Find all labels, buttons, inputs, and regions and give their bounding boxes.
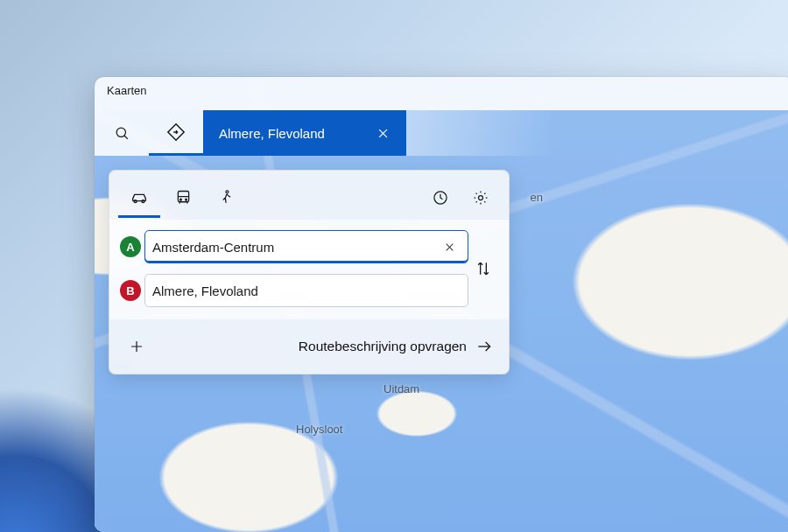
svg-point-10 bbox=[226, 190, 229, 192]
close-icon bbox=[376, 127, 390, 140]
location-tab[interactable]: Almere, Flevoland bbox=[203, 110, 406, 156]
swap-waypoints-button[interactable] bbox=[470, 256, 496, 282]
bus-icon bbox=[174, 188, 193, 206]
waypoint-badge-b: B bbox=[120, 280, 141, 301]
origin-input[interactable] bbox=[152, 240, 438, 255]
mode-walk-button[interactable] bbox=[206, 179, 248, 218]
close-tab-button[interactable] bbox=[368, 118, 398, 148]
mode-drive-button[interactable] bbox=[118, 179, 160, 218]
svg-line-1 bbox=[124, 136, 128, 139]
get-directions-button[interactable]: Routebeschrijving opvragen bbox=[295, 332, 496, 360]
swap-icon bbox=[475, 260, 492, 277]
car-icon bbox=[130, 188, 149, 207]
transport-mode-row bbox=[109, 171, 509, 220]
search-icon bbox=[114, 125, 130, 142]
svg-point-8 bbox=[179, 199, 181, 200]
header-row: Almere, Flevoland bbox=[95, 110, 788, 156]
app-window: Holysloot Uitdam en Kaarten Almere, Flev… bbox=[95, 77, 788, 532]
app-title: Kaarten bbox=[107, 84, 147, 97]
cta-row: Routebeschrijving opvragen bbox=[109, 319, 509, 374]
destination-input[interactable] bbox=[152, 284, 461, 298]
clock-icon bbox=[432, 189, 449, 206]
directions-icon bbox=[166, 122, 186, 142]
svg-point-9 bbox=[185, 199, 186, 200]
arrow-right-icon bbox=[475, 338, 493, 355]
destination-field-wrapper bbox=[144, 274, 468, 307]
map-label-uitdam: Uitdam bbox=[383, 382, 419, 396]
svg-point-0 bbox=[116, 128, 125, 136]
origin-field-wrapper bbox=[144, 230, 468, 263]
search-button[interactable] bbox=[95, 110, 149, 156]
route-options-button[interactable] bbox=[461, 179, 500, 218]
tab-label: Almere, Flevoland bbox=[219, 126, 325, 141]
close-icon bbox=[444, 242, 455, 253]
map-label-holysloot: Holysloot bbox=[296, 423, 342, 436]
gear-icon bbox=[472, 189, 489, 206]
clear-origin-button[interactable] bbox=[438, 235, 461, 258]
directions-button[interactable] bbox=[149, 110, 203, 156]
svg-point-12 bbox=[479, 195, 483, 200]
titlebar: Kaarten bbox=[95, 77, 788, 110]
waypoints-section: A B bbox=[109, 220, 509, 319]
map-label-east: en bbox=[531, 191, 543, 204]
cta-label: Routebeschrijving opvragen bbox=[299, 339, 467, 354]
directions-panel: A B bbox=[109, 170, 510, 374]
add-waypoint-button[interactable] bbox=[122, 332, 151, 361]
leave-time-button[interactable] bbox=[421, 179, 460, 218]
walk-icon bbox=[218, 189, 236, 206]
mode-transit-button[interactable] bbox=[162, 179, 204, 218]
waypoint-badge-a: A bbox=[120, 236, 141, 257]
plus-icon bbox=[129, 339, 144, 354]
